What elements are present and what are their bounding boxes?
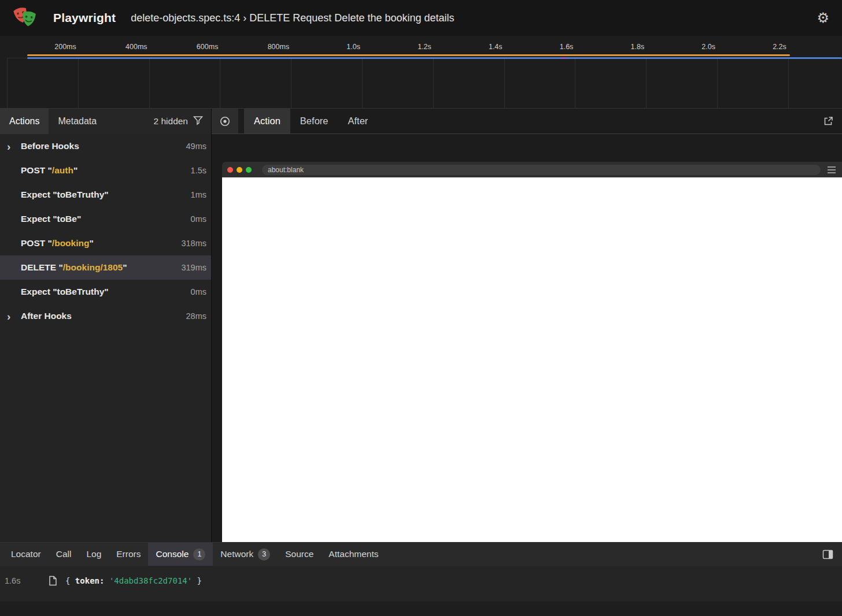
hidden-count-label: 2 hidden bbox=[154, 116, 188, 127]
hidden-filter-control[interactable]: 2 hidden bbox=[154, 109, 211, 134]
bottom-tab-locator[interactable]: Locator bbox=[3, 543, 49, 566]
chevron-right-icon[interactable]: › bbox=[6, 311, 21, 322]
bottom-tab-attachments[interactable]: Attachments bbox=[321, 543, 386, 566]
test-title: delete-objects.spec.ts:4 › DELETE Reques… bbox=[131, 12, 454, 24]
action-duration: 318ms bbox=[175, 239, 206, 248]
timeline-grid bbox=[7, 58, 842, 108]
timeline-grid-cell bbox=[434, 58, 505, 108]
action-item[interactable]: POST "/booking"318ms bbox=[0, 231, 211, 255]
action-item[interactable]: DELETE "/booking/1805"319ms bbox=[0, 255, 211, 280]
timeline-grid-cell bbox=[150, 58, 221, 108]
snapshot-content: about:blank bbox=[212, 134, 842, 542]
snapshot-browser-chrome: about:blank bbox=[222, 162, 842, 177]
action-item[interactable]: Expect "toBeTruthy"0ms bbox=[0, 280, 211, 304]
action-title: Before Hooks bbox=[21, 141, 79, 151]
traffic-light-red-icon bbox=[227, 167, 233, 173]
action-duration: 319ms bbox=[175, 263, 206, 272]
bottom-tab-label: Errors bbox=[116, 549, 141, 559]
bottom-tab-log[interactable]: Log bbox=[79, 543, 109, 566]
settings-gear-icon[interactable]: ⚙ bbox=[817, 11, 829, 25]
pick-locator-target-icon[interactable] bbox=[212, 109, 238, 133]
timeline-label: 800ms bbox=[220, 43, 291, 51]
action-title: Expect "toBeTruthy" bbox=[21, 190, 109, 200]
timeline-label: 2.4s bbox=[788, 43, 842, 51]
action-item[interactable]: Expect "toBe"0ms bbox=[0, 207, 211, 231]
tab-actions[interactable]: Actions bbox=[0, 109, 49, 134]
action-item[interactable]: ›Before Hooks49ms bbox=[0, 134, 211, 158]
bottom-tab-errors[interactable]: Errors bbox=[109, 543, 148, 566]
bottom-tab-call[interactable]: Call bbox=[49, 543, 79, 566]
timeline-grid-cell bbox=[575, 58, 647, 108]
timeline-label: 1.6s bbox=[504, 43, 575, 51]
timeline-grid-cell bbox=[718, 58, 789, 108]
browser-snapshot: about:blank bbox=[222, 162, 842, 542]
traffic-light-green-icon bbox=[246, 167, 252, 173]
timeline-grid-cell bbox=[291, 58, 363, 108]
main-split: Actions Metadata 2 hidden ›Before Hooks4… bbox=[0, 109, 842, 542]
console-output: 1.6s { token: '4dabd38fc2d7014' } bbox=[0, 566, 842, 602]
console-token-value: '4dabd38fc2d7014' bbox=[109, 576, 192, 585]
snapshot-page-blank[interactable] bbox=[222, 177, 842, 542]
bottom-tab-label: Log bbox=[86, 549, 101, 559]
actions-list: ›Before Hooks49msPOST "/auth"1.5sExpect … bbox=[0, 134, 211, 542]
snapshot-panel: Action Before After bbox=[212, 109, 842, 542]
timeline-label: 200ms bbox=[7, 43, 78, 51]
console-brace-open: { bbox=[65, 576, 75, 585]
timeline-grid-cell bbox=[789, 58, 842, 108]
action-title: Expect "toBe" bbox=[21, 214, 81, 224]
bottom-tab-label: Console bbox=[156, 549, 189, 559]
action-item[interactable]: POST "/auth"1.5s bbox=[0, 158, 211, 183]
footer-band bbox=[0, 602, 842, 616]
timeline[interactable]: 200ms400ms600ms800ms1.0s1.2s1.4s1.6s1.8s… bbox=[0, 36, 842, 109]
traffic-light-yellow-icon bbox=[237, 167, 242, 173]
action-title: After Hooks bbox=[21, 311, 72, 321]
action-title: Expect "toBeTruthy" bbox=[21, 287, 109, 297]
timeline-grid-cell bbox=[647, 58, 718, 108]
snapshot-address-bar: about:blank bbox=[262, 165, 821, 175]
timeline-label: 2.0s bbox=[646, 43, 717, 51]
action-item[interactable]: Expect "toBeTruthy"1ms bbox=[0, 183, 211, 207]
action-title: POST "/auth" bbox=[21, 165, 77, 176]
tab-count-badge: 1 bbox=[193, 548, 205, 561]
playwright-logo-icon bbox=[13, 5, 38, 31]
action-item[interactable]: ›After Hooks28ms bbox=[0, 304, 211, 328]
console-key: token: bbox=[75, 576, 109, 585]
bottom-tab-label: Call bbox=[56, 549, 72, 559]
snapshot-tab-strip: Action Before After bbox=[212, 109, 842, 134]
timeline-label: 1.8s bbox=[575, 43, 646, 51]
console-entry[interactable]: 1.6s { token: '4dabd38fc2d7014' } bbox=[0, 570, 842, 591]
bottom-tab-source[interactable]: Source bbox=[278, 543, 321, 566]
bottom-tab-network[interactable]: Network3 bbox=[213, 543, 278, 566]
timeline-marker-tick bbox=[561, 57, 566, 59]
toggle-panel-layout-icon[interactable] bbox=[822, 543, 842, 566]
action-duration: 1ms bbox=[185, 190, 206, 199]
bottom-tab-console[interactable]: Console1 bbox=[148, 543, 213, 566]
bottom-tab-label: Attachments bbox=[328, 549, 378, 559]
bottom-tab-label: Locator bbox=[11, 549, 41, 559]
bottom-tab-label: Network bbox=[220, 549, 253, 559]
timeline-label: 1.2s bbox=[362, 43, 433, 51]
timeline-label: 1.4s bbox=[433, 43, 504, 51]
timeline-label: 2.2s bbox=[717, 43, 788, 51]
timeline-label: 1.0s bbox=[291, 43, 362, 51]
actions-panel: Actions Metadata 2 hidden ›Before Hooks4… bbox=[0, 109, 212, 542]
tab-after[interactable]: After bbox=[338, 109, 378, 133]
chevron-right-icon[interactable]: › bbox=[6, 141, 21, 152]
bottom-tab-strip: LocatorCallLogErrorsConsole1Network3Sour… bbox=[0, 543, 842, 566]
tab-before[interactable]: Before bbox=[290, 109, 338, 133]
app-title: Playwright bbox=[53, 11, 116, 25]
app-header: Playwright delete-objects.spec.ts:4 › DE… bbox=[0, 0, 842, 36]
tab-metadata[interactable]: Metadata bbox=[49, 109, 106, 134]
timeline-grid-cell bbox=[363, 58, 434, 108]
timeline-label: 600ms bbox=[149, 43, 220, 51]
timeline-test-bar bbox=[27, 54, 790, 56]
bottom-tab-label: Source bbox=[285, 549, 313, 559]
action-duration: 0ms bbox=[185, 287, 206, 296]
console-entry-time: 1.6s bbox=[0, 576, 49, 585]
timeline-label: 400ms bbox=[78, 43, 149, 51]
tab-action[interactable]: Action bbox=[244, 109, 290, 133]
hamburger-menu-icon[interactable] bbox=[828, 166, 837, 173]
timeline-grid-cell bbox=[79, 58, 150, 108]
action-duration: 28ms bbox=[180, 311, 206, 321]
open-external-icon[interactable] bbox=[814, 109, 842, 133]
